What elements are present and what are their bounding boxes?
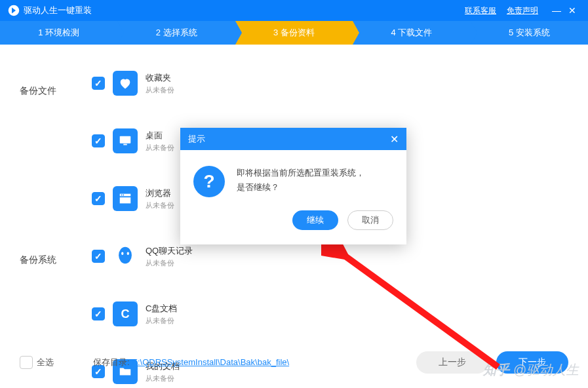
- item-status: 从未备份: [146, 374, 180, 383]
- continue-button[interactable]: 继续: [292, 210, 338, 230]
- svg-point-8: [121, 252, 123, 255]
- dialog-header: 提示 ✕: [180, 128, 406, 150]
- system-section-label: 备份系统: [20, 254, 56, 266]
- svg-point-7: [119, 247, 132, 264]
- checkbox-browser[interactable]: [92, 192, 105, 205]
- svg-point-5: [121, 195, 123, 196]
- titlebar: 驱动人生一键重装 联系客服 免责声明 — ✕: [0, 0, 588, 21]
- cancel-button[interactable]: 取消: [347, 210, 393, 230]
- question-icon: ?: [193, 166, 225, 197]
- cdrive-icon: C: [113, 301, 138, 326]
- step-bar: 1 环境检测 2 选择系统 3 备份资料 4 下载文件 5 安装系统: [0, 21, 588, 45]
- item-status: 从未备份: [146, 85, 174, 95]
- app-title: 驱动人生一键重装: [24, 5, 92, 16]
- item-name: C盘文档: [146, 303, 177, 315]
- close-button[interactable]: ✕: [564, 5, 580, 16]
- checkbox-cdrive[interactable]: [92, 307, 105, 320]
- svg-rect-2: [123, 144, 127, 146]
- disclaimer-link[interactable]: 免责声明: [507, 5, 538, 16]
- backup-item-favorites: 收藏夹从未备份: [92, 71, 275, 96]
- item-name: QQ聊天记录: [146, 245, 193, 257]
- backup-item-qq: QQ聊天记录从未备份: [92, 244, 275, 269]
- prev-button[interactable]: 上一步: [416, 351, 488, 374]
- heart-icon: [113, 71, 138, 96]
- step-2[interactable]: 2 选择系统: [117, 21, 235, 45]
- app-logo-icon: [8, 5, 20, 16]
- bottom-bar: 全选 保存目录: E:\QDRSSystemInstall\Data\Bak\b…: [20, 351, 568, 374]
- svg-rect-4: [120, 197, 131, 203]
- checkbox-desktop[interactable]: [92, 134, 105, 147]
- select-all[interactable]: 全选: [20, 356, 54, 369]
- browser-icon: [113, 186, 138, 211]
- save-directory: 保存目录: E:\QDRSSystemInstall\Data\Bak\bak_…: [93, 357, 289, 368]
- checkbox-select-all[interactable]: [20, 356, 33, 369]
- confirm-dialog: 提示 ✕ ? 即将根据当前所选配置重装系统， 是否继续？ 继续 取消: [180, 128, 406, 244]
- save-path-link[interactable]: E:\QDRSSystemInstall\Data\Bak\bak_file\: [132, 357, 289, 367]
- dialog-message: 即将根据当前所选配置重装系统， 是否继续？: [237, 166, 364, 197]
- item-name: 桌面: [146, 130, 174, 142]
- svg-point-6: [123, 195, 124, 196]
- dialog-title: 提示: [188, 133, 205, 145]
- select-all-label: 全选: [37, 357, 54, 368]
- desktop-icon: [113, 128, 138, 153]
- item-status: 从未备份: [146, 258, 193, 268]
- svg-rect-1: [120, 136, 131, 144]
- step-4[interactable]: 4 下载文件: [353, 21, 470, 45]
- checkbox-qq[interactable]: [92, 250, 105, 263]
- step-1[interactable]: 1 环境检测: [0, 21, 117, 45]
- item-name: 浏览器: [146, 187, 174, 199]
- svg-point-9: [127, 252, 129, 255]
- dialog-close-icon[interactable]: ✕: [390, 133, 399, 146]
- item-status: 从未备份: [146, 316, 177, 326]
- files-section-label: 备份文件: [20, 85, 56, 97]
- step-5[interactable]: 5 安装系统: [471, 21, 588, 45]
- next-button[interactable]: 下一步: [496, 351, 568, 374]
- backup-item-cdrive: C C盘文档从未备份: [92, 301, 275, 326]
- item-name: 收藏夹: [146, 72, 174, 84]
- minimize-button[interactable]: —: [549, 5, 564, 16]
- checkbox-favorites[interactable]: [92, 77, 105, 90]
- item-status: 从未备份: [146, 143, 174, 153]
- step-3[interactable]: 3 备份资料: [235, 21, 353, 45]
- item-status: 从未备份: [146, 201, 174, 210]
- qq-icon: [113, 244, 138, 269]
- support-link[interactable]: 联系客服: [465, 5, 496, 16]
